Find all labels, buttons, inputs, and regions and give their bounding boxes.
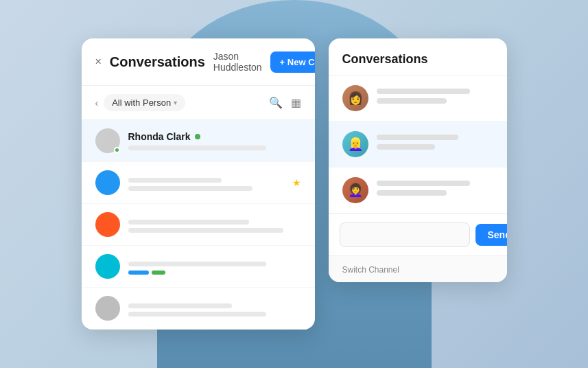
right-conversation-list: 👩 👱‍♀️ 👩‍🦱 bbox=[329, 76, 507, 214]
conversation-item-5[interactable] bbox=[82, 288, 315, 330]
avatar-wrapper-3 bbox=[95, 212, 120, 237]
right-avatar-2: 👱‍♀️ bbox=[342, 131, 368, 157]
conv-preview-2a bbox=[128, 178, 222, 183]
chevron-down-icon: ▾ bbox=[174, 99, 177, 106]
avatar-4 bbox=[95, 254, 120, 279]
avatar-wrapper-2 bbox=[95, 170, 120, 195]
conv-content-3 bbox=[128, 216, 301, 233]
right-conv-line-2a bbox=[377, 135, 458, 140]
tag-blue bbox=[128, 271, 149, 275]
new-conversation-button[interactable]: + New Conversation bbox=[270, 51, 315, 73]
avatar-5 bbox=[95, 296, 120, 321]
conv-preview-3b bbox=[128, 228, 284, 233]
filter-tag[interactable]: All with Person ▾ bbox=[104, 94, 185, 111]
search-icon[interactable]: 🔍 bbox=[269, 96, 283, 109]
tag-green bbox=[152, 271, 165, 275]
conv-content-1: Rhonda Clark bbox=[128, 131, 301, 150]
filter-label: All with Person bbox=[112, 97, 171, 108]
avatar-wrapper-1 bbox=[95, 128, 120, 153]
conv-meta-2: ★ bbox=[292, 177, 301, 188]
conv-content-4 bbox=[128, 258, 301, 275]
conv-preview-1 bbox=[128, 146, 267, 150]
left-panel: × Conversations Jason Huddleston + New C… bbox=[82, 38, 315, 330]
ui-container: × Conversations Jason Huddleston + New C… bbox=[54, 11, 534, 357]
conv-preview-4a bbox=[128, 262, 267, 266]
switch-channel-label: Switch Channel bbox=[342, 265, 399, 275]
close-icon[interactable]: × bbox=[95, 56, 102, 68]
right-panel-header: Conversations bbox=[329, 38, 507, 76]
right-conv-content-1 bbox=[377, 89, 493, 108]
conversation-item-4[interactable] bbox=[82, 246, 315, 288]
right-avatar-3: 👩‍🦱 bbox=[342, 177, 368, 203]
right-conv-line-2b bbox=[377, 144, 435, 150]
conv-preview-5b bbox=[128, 312, 267, 317]
right-conv-item-3[interactable]: 👩‍🦱 bbox=[329, 168, 507, 214]
right-conv-content-2 bbox=[377, 135, 493, 154]
filter-icon[interactable]: ▦ bbox=[291, 96, 301, 109]
conv-preview-5a bbox=[128, 303, 232, 308]
avatar-2 bbox=[95, 170, 120, 195]
send-area: Send bbox=[329, 214, 507, 255]
star-icon: ★ bbox=[292, 177, 301, 188]
conversation-item-2[interactable]: ★ bbox=[82, 162, 315, 204]
tag-bar bbox=[128, 271, 301, 275]
back-arrow-icon[interactable]: ‹ bbox=[95, 97, 99, 108]
right-panel-title: Conversations bbox=[342, 52, 428, 66]
conversation-item-3[interactable] bbox=[82, 204, 315, 246]
online-dot-inline bbox=[195, 134, 200, 139]
conv-content-2 bbox=[128, 174, 284, 191]
right-conv-line-1a bbox=[377, 89, 470, 94]
conv-name-1: Rhonda Clark bbox=[128, 131, 301, 142]
avatar-3 bbox=[95, 212, 120, 237]
conversation-item-1[interactable]: Rhonda Clark bbox=[82, 120, 315, 162]
right-conv-line-3a bbox=[377, 181, 470, 186]
filter-bar: ‹ All with Person ▾ 🔍 ▦ bbox=[82, 86, 315, 120]
user-name: Jason Huddleston bbox=[213, 51, 262, 73]
panel-title: Conversations bbox=[110, 54, 205, 70]
right-conv-item-2[interactable]: 👱‍♀️ bbox=[329, 122, 507, 168]
right-conv-content-3 bbox=[377, 181, 493, 200]
right-avatar-1: 👩 bbox=[342, 85, 368, 111]
conv-content-5 bbox=[128, 300, 301, 317]
avatar-wrapper-5 bbox=[95, 296, 120, 321]
right-conv-item-1[interactable]: 👩 bbox=[329, 76, 507, 122]
conv-preview-3a bbox=[128, 220, 249, 225]
right-conv-line-1b bbox=[377, 98, 447, 104]
right-panel: Conversations 👩 👱‍♀️ bbox=[329, 38, 507, 282]
right-conv-line-3b bbox=[377, 190, 447, 196]
message-input[interactable] bbox=[340, 222, 470, 247]
conv-preview-2b bbox=[128, 186, 253, 191]
conversation-list: Rhonda Clark ★ bbox=[82, 120, 315, 330]
filter-icons: 🔍 ▦ bbox=[269, 96, 301, 109]
send-button[interactable]: Send bbox=[475, 224, 507, 246]
switch-channel-bar[interactable]: Switch Channel bbox=[329, 255, 507, 282]
avatar-wrapper-4 bbox=[95, 254, 120, 279]
panel-header: × Conversations Jason Huddleston + New C… bbox=[82, 38, 315, 86]
online-indicator bbox=[114, 147, 120, 153]
